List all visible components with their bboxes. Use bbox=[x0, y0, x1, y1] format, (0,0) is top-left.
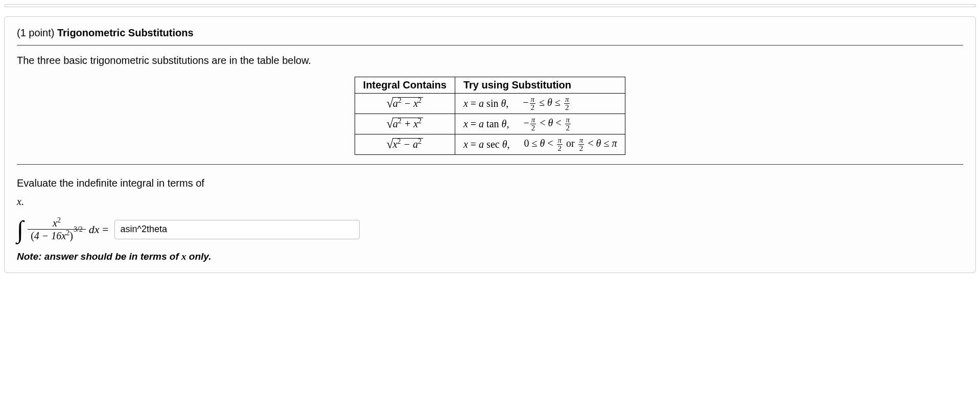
intro-text: The three basic trigonometric substituti… bbox=[17, 55, 963, 66]
integral-sign-icon: ∫ bbox=[17, 221, 24, 238]
problem-container: (1 point) Trigonometric Substitutions Th… bbox=[4, 16, 976, 273]
note-text: Note: answer should be in terms of x onl… bbox=[17, 251, 963, 262]
eval-lead: Evaluate the indefinite integral in term… bbox=[17, 177, 204, 189]
table-row: √a2 + x2 x = a tan θ, −π2 < θ < π2 bbox=[355, 114, 625, 134]
col-header-substitution: Try using Substitution bbox=[455, 77, 625, 94]
cell-sub-1: x = a sin θ, −π2 ≤ θ ≤ π2 bbox=[455, 94, 625, 114]
note-lead: Note: answer should be in terms of bbox=[17, 251, 179, 262]
integrand-fraction: x2 (4 − 16x2)3/2 bbox=[28, 217, 86, 242]
eval-var: x. bbox=[17, 196, 24, 207]
cell-contains-2: √a2 + x2 bbox=[355, 114, 455, 134]
problem-header: (1 point) Trigonometric Substitutions bbox=[17, 27, 963, 45]
table-wrapper: Integral Contains Try using Substitution… bbox=[17, 77, 963, 155]
header-divider bbox=[17, 45, 963, 46]
table-header-row: Integral Contains Try using Substitution bbox=[355, 77, 625, 94]
answer-input[interactable] bbox=[114, 220, 360, 239]
table-divider bbox=[17, 164, 963, 165]
table-row: √a2 − x2 x = a sin θ, −π2 ≤ θ ≤ π2 bbox=[355, 94, 625, 114]
note-tail: only. bbox=[189, 251, 212, 262]
points-label: (1 point) bbox=[17, 27, 54, 38]
problem-title: Trigonometric Substitutions bbox=[57, 27, 194, 38]
evaluate-text: Evaluate the indefinite integral in term… bbox=[17, 174, 963, 211]
top-panel-edge bbox=[4, 4, 976, 7]
cell-contains-1: √a2 − x2 bbox=[355, 94, 455, 114]
cell-sub-2: x = a tan θ, −π2 < θ < π2 bbox=[455, 114, 625, 134]
cell-sub-3: x = a sec θ, 0 ≤ θ < π2 or π2 < θ ≤ π bbox=[455, 134, 625, 155]
integral-row: ∫ x2 (4 − 16x2)3/2 dx = bbox=[17, 217, 963, 242]
note-var: x bbox=[181, 251, 186, 262]
integral-expression: ∫ x2 (4 − 16x2)3/2 dx = bbox=[17, 217, 108, 242]
col-header-contains: Integral Contains bbox=[355, 77, 455, 94]
substitution-table: Integral Contains Try using Substitution… bbox=[355, 77, 626, 155]
cell-contains-3: √x2 − a2 bbox=[355, 134, 455, 155]
table-row: √x2 − a2 x = a sec θ, 0 ≤ θ < π2 or π2 <… bbox=[355, 134, 625, 155]
